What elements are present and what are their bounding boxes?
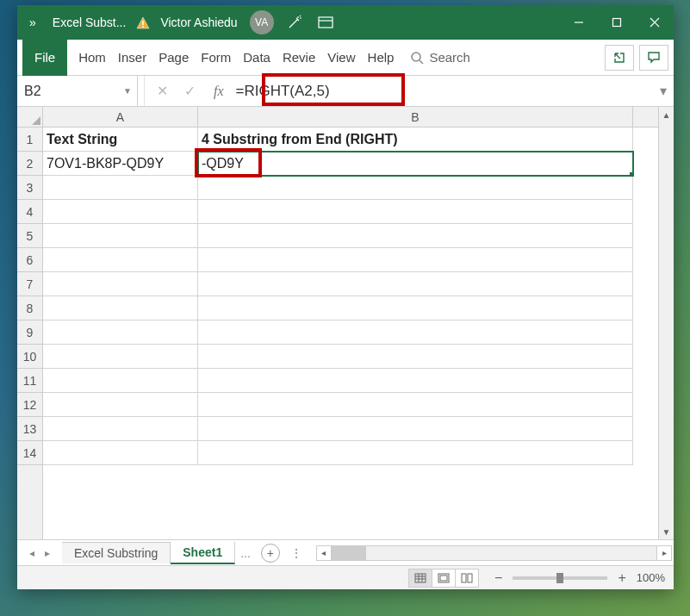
row-header-9[interactable]: 9 — [17, 320, 42, 345]
comments-button[interactable] — [639, 45, 668, 71]
row-header-13[interactable]: 13 — [17, 417, 42, 441]
tab-help[interactable]: Help — [362, 40, 401, 76]
row-header-11[interactable]: 11 — [17, 369, 42, 393]
zoom-thumb[interactable] — [556, 573, 563, 583]
excel-window: » Excel Subst... Victor Ashiedu VA File … — [17, 5, 674, 589]
zoom-slider[interactable] — [513, 576, 607, 580]
tab-file[interactable]: File — [22, 40, 67, 76]
zoom-out-button[interactable]: − — [491, 570, 506, 586]
vertical-scrollbar[interactable]: ▲ ▼ — [658, 107, 674, 539]
cell-B3[interactable] — [198, 176, 633, 200]
cell-B2[interactable]: -QD9Y — [198, 152, 633, 176]
cell-B10[interactable] — [198, 345, 633, 369]
share-button[interactable] — [605, 45, 634, 71]
close-button[interactable] — [636, 5, 674, 40]
cell-A3[interactable] — [43, 176, 198, 200]
tab-review[interactable]: Revie — [277, 40, 321, 76]
row-header-3[interactable]: 3 — [17, 176, 42, 200]
row-header-4[interactable]: 4 — [17, 200, 42, 224]
h-scroll-thumb[interactable] — [332, 546, 366, 560]
autosave-warning-icon[interactable] — [133, 15, 153, 29]
cell-B9[interactable] — [198, 320, 633, 345]
minimize-button[interactable] — [560, 5, 598, 40]
view-normal-icon[interactable] — [408, 569, 432, 588]
cell-B14[interactable] — [198, 441, 633, 465]
cell-A13[interactable] — [43, 417, 198, 441]
scroll-down-icon[interactable]: ▼ — [659, 524, 674, 539]
cell-A9[interactable] — [43, 320, 198, 345]
select-all-corner[interactable] — [17, 107, 42, 128]
search-box[interactable]: Search — [410, 50, 470, 65]
tab-insert[interactable]: Inser — [112, 40, 152, 76]
sheet-tab-excel-substring[interactable]: Excel Substring — [62, 542, 171, 563]
tab-view[interactable]: View — [321, 40, 361, 76]
cell-B1[interactable]: 4 Substring from End (RIGHT) — [198, 128, 633, 152]
cell-A11[interactable] — [43, 369, 198, 393]
tab-home[interactable]: Hom — [72, 40, 112, 76]
cell-B13[interactable] — [198, 417, 633, 441]
cell-A14[interactable] — [43, 441, 198, 465]
row-header-1[interactable]: 1 — [17, 128, 42, 152]
row-header-6[interactable]: 6 — [17, 248, 42, 272]
formula-expand-icon[interactable]: ▾ — [653, 76, 674, 106]
formula-buttons: ✕ ✓ — [145, 76, 207, 106]
zoom-in-button[interactable]: + — [614, 570, 629, 586]
col-header-B[interactable]: B — [198, 107, 633, 127]
sheet-prev-icon[interactable]: ◂ — [24, 547, 40, 559]
cell-A6[interactable] — [43, 248, 198, 272]
row-header-2[interactable]: 2 — [17, 152, 42, 176]
avatar[interactable]: VA — [250, 10, 274, 34]
row-header-5[interactable]: 5 — [17, 224, 42, 248]
sheet-options-icon[interactable]: ⋮ — [285, 546, 308, 560]
tab-data[interactable]: Data — [237, 40, 277, 76]
cell-A12[interactable] — [43, 393, 198, 417]
sheet-nav: ◂ ▸ — [17, 547, 62, 559]
sheet-tab-sheet1[interactable]: Sheet1 — [171, 542, 235, 564]
cell-A2[interactable]: 7OV1-BK8P-QD9Y — [43, 152, 198, 176]
sheet-next-icon[interactable]: ▸ — [40, 547, 55, 559]
cell-B11[interactable] — [198, 369, 633, 393]
cell-A7[interactable] — [43, 272, 198, 296]
magic-icon[interactable] — [279, 5, 310, 40]
user-name[interactable]: Victor Ashiedu — [153, 16, 244, 29]
row-header-7[interactable]: 7 — [17, 272, 42, 296]
cell-B4[interactable] — [198, 200, 633, 224]
enter-icon[interactable]: ✓ — [176, 76, 203, 107]
sheet-overflow[interactable]: ... — [235, 546, 256, 560]
cell-A4[interactable] — [43, 200, 198, 224]
tab-page-layout[interactable]: Page — [152, 40, 195, 76]
view-page-layout-icon[interactable] — [432, 569, 456, 588]
tab-formulas[interactable]: Form — [195, 40, 237, 76]
row-header-14[interactable]: 14 — [17, 441, 42, 465]
formula-input[interactable] — [236, 83, 648, 100]
view-page-break-icon[interactable] — [455, 569, 479, 588]
row-header-8[interactable]: 8 — [17, 296, 42, 320]
scroll-left-icon[interactable]: ◂ — [316, 545, 332, 561]
cell-A8[interactable] — [43, 296, 198, 320]
row-header-10[interactable]: 10 — [17, 345, 42, 369]
scroll-up-icon[interactable]: ▲ — [659, 107, 674, 122]
cell-B5[interactable] — [198, 224, 633, 248]
cell-B6[interactable] — [198, 248, 633, 272]
cell-B7[interactable] — [198, 272, 633, 296]
svg-rect-2 — [319, 17, 333, 28]
cell-B8[interactable] — [198, 296, 633, 320]
fx-icon[interactable]: fx — [207, 76, 231, 106]
maximize-button[interactable] — [598, 5, 636, 40]
cell-B12[interactable] — [198, 393, 633, 417]
cell-A5[interactable] — [43, 224, 198, 248]
name-box-dropdown-icon[interactable]: ▼ — [123, 86, 132, 96]
sheet-add-button[interactable]: + — [261, 544, 280, 563]
col-header-A[interactable]: A — [43, 107, 198, 127]
name-box[interactable] — [24, 84, 102, 99]
cancel-icon[interactable]: ✕ — [148, 76, 176, 107]
horizontal-scrollbar[interactable]: ◂ ▸ — [314, 545, 674, 561]
cell-A10[interactable] — [43, 345, 198, 369]
scroll-right-icon[interactable]: ▸ — [656, 545, 672, 561]
titlebar-more[interactable]: » — [17, 16, 49, 29]
zoom-value[interactable]: 100% — [637, 571, 665, 584]
ribbon-mode-icon[interactable] — [310, 5, 341, 40]
sheet-tabs: ◂ ▸ Excel Substring Sheet1 ... + ⋮ ◂ ▸ — [17, 539, 674, 565]
cell-A1[interactable]: Text String — [43, 128, 198, 152]
row-header-12[interactable]: 12 — [17, 393, 42, 417]
